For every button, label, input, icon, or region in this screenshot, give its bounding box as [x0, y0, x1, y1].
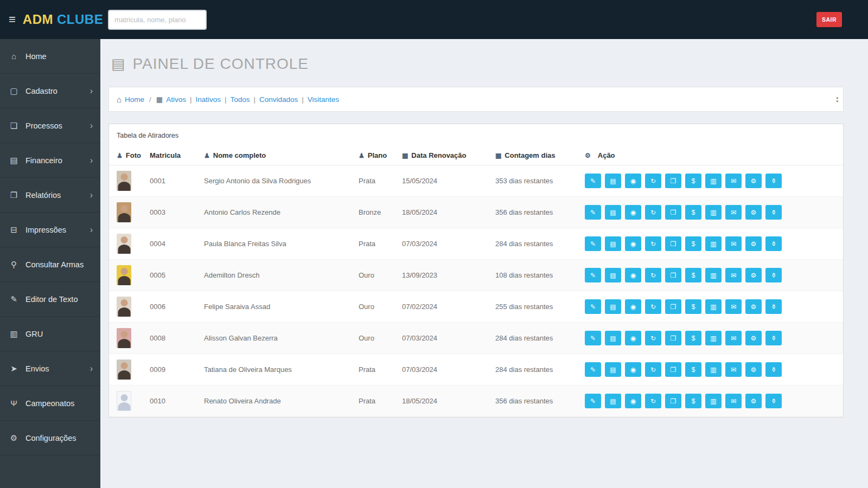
sidebar-item-home[interactable]: ⌂Home — [0, 39, 100, 74]
action-address-book-button[interactable]: ❐ — [665, 299, 681, 314]
action-id-card-button[interactable]: ▤ — [605, 394, 621, 408]
action-envelope-button[interactable]: ✉ — [725, 205, 742, 220]
action-trash-button[interactable]: ⚱ — [765, 236, 782, 251]
action-wrench-button[interactable]: ⚙ — [745, 394, 762, 408]
action-dollar-button[interactable]: $ — [685, 236, 701, 251]
action-edit-button[interactable]: ✎ — [585, 331, 601, 345]
sidebar-item-campeonatos[interactable]: ΨCampeonatos — [0, 386, 100, 421]
action-id-card-button[interactable]: ▤ — [605, 299, 621, 314]
action-envelope-button[interactable]: ✉ — [725, 268, 742, 282]
action-photo-button[interactable]: ◉ — [625, 174, 641, 188]
action-photo-button[interactable]: ◉ — [625, 394, 641, 408]
sidebar-item-configuracoes[interactable]: ⚙Configurações — [0, 421, 100, 455]
scroll-spinner[interactable]: ▴ ▾ — [836, 95, 838, 103]
action-wrench-button[interactable]: ⚙ — [745, 331, 762, 345]
action-envelope-button[interactable]: ✉ — [725, 236, 742, 251]
action-trash-button[interactable]: ⚱ — [765, 299, 782, 314]
action-refresh-button[interactable]: ↻ — [645, 236, 661, 251]
action-wrench-button[interactable]: ⚙ — [745, 362, 762, 377]
action-refresh-button[interactable]: ↻ — [645, 174, 661, 188]
action-address-book-button[interactable]: ❐ — [665, 331, 681, 345]
action-document-button[interactable]: ▥ — [705, 268, 722, 282]
breadcrumb-filter-ativos[interactable]: Ativos — [166, 95, 186, 104]
action-envelope-button[interactable]: ✉ — [725, 362, 742, 377]
action-edit-button[interactable]: ✎ — [585, 362, 601, 377]
action-refresh-button[interactable]: ↻ — [645, 299, 661, 314]
breadcrumb-filter-inativos[interactable]: Inativos — [195, 95, 221, 104]
sidebar-item-envios[interactable]: ➤Envios› — [0, 351, 100, 386]
sidebar-item-consultar-armas[interactable]: ⚲Consultar Armas — [0, 247, 100, 282]
sidebar-item-financeiro[interactable]: ▤Financeiro› — [0, 143, 100, 178]
action-document-button[interactable]: ▥ — [705, 299, 722, 314]
action-address-book-button[interactable]: ❐ — [665, 174, 681, 188]
logout-button[interactable]: SAIR — [816, 12, 842, 27]
search-input[interactable] — [108, 10, 207, 30]
action-document-button[interactable]: ▥ — [705, 394, 722, 408]
action-document-button[interactable]: ▥ — [705, 362, 722, 377]
action-dollar-button[interactable]: $ — [685, 299, 701, 314]
action-trash-button[interactable]: ⚱ — [765, 174, 782, 188]
action-wrench-button[interactable]: ⚙ — [745, 174, 762, 188]
action-edit-button[interactable]: ✎ — [585, 174, 601, 188]
breadcrumb-filter-visitantes[interactable]: Visitantes — [308, 95, 339, 104]
action-dollar-button[interactable]: $ — [685, 174, 701, 188]
action-dollar-button[interactable]: $ — [685, 268, 701, 282]
action-envelope-button[interactable]: ✉ — [725, 174, 742, 188]
action-edit-button[interactable]: ✎ — [585, 236, 601, 251]
action-dollar-button[interactable]: $ — [685, 331, 701, 345]
action-edit-button[interactable]: ✎ — [585, 299, 601, 314]
action-id-card-button[interactable]: ▤ — [605, 174, 621, 188]
action-edit-button[interactable]: ✎ — [585, 394, 601, 408]
action-photo-button[interactable]: ◉ — [625, 205, 641, 220]
action-address-book-button[interactable]: ❐ — [665, 205, 681, 220]
action-envelope-button[interactable]: ✉ — [725, 331, 742, 345]
action-id-card-button[interactable]: ▤ — [605, 362, 621, 377]
sidebar-item-editor-de-texto[interactable]: ✎Editor de Texto — [0, 282, 100, 317]
action-dollar-button[interactable]: $ — [685, 205, 701, 220]
action-address-book-button[interactable]: ❐ — [665, 362, 681, 377]
action-address-book-button[interactable]: ❐ — [665, 268, 681, 282]
action-dollar-button[interactable]: $ — [685, 394, 701, 408]
action-photo-button[interactable]: ◉ — [625, 299, 641, 314]
action-document-button[interactable]: ▥ — [705, 236, 722, 251]
action-edit-button[interactable]: ✎ — [585, 205, 601, 220]
action-trash-button[interactable]: ⚱ — [765, 362, 782, 377]
action-wrench-button[interactable]: ⚙ — [745, 299, 762, 314]
breadcrumb-home-link[interactable]: Home — [125, 95, 144, 104]
action-photo-button[interactable]: ◉ — [625, 331, 641, 345]
breadcrumb-filter-todos[interactable]: Todos — [230, 95, 250, 104]
action-envelope-button[interactable]: ✉ — [725, 299, 742, 314]
action-trash-button[interactable]: ⚱ — [765, 331, 782, 345]
action-dollar-button[interactable]: $ — [685, 362, 701, 377]
sidebar-item-impressoes[interactable]: ⊟Impressões› — [0, 213, 100, 247]
action-id-card-button[interactable]: ▤ — [605, 205, 621, 220]
action-document-button[interactable]: ▥ — [705, 174, 722, 188]
action-refresh-button[interactable]: ↻ — [645, 205, 661, 220]
action-document-button[interactable]: ▥ — [705, 205, 722, 220]
action-trash-button[interactable]: ⚱ — [765, 268, 782, 282]
action-wrench-button[interactable]: ⚙ — [745, 236, 762, 251]
sidebar-item-gru[interactable]: ▥GRU — [0, 317, 100, 351]
action-trash-button[interactable]: ⚱ — [765, 394, 782, 408]
action-address-book-button[interactable]: ❐ — [665, 236, 681, 251]
action-photo-button[interactable]: ◉ — [625, 362, 641, 377]
breadcrumb-filter-convidados[interactable]: Convidados — [259, 95, 298, 104]
action-envelope-button[interactable]: ✉ — [725, 394, 742, 408]
action-refresh-button[interactable]: ↻ — [645, 394, 661, 408]
sidebar-item-cadastro[interactable]: ▢Cadastro› — [0, 74, 100, 108]
action-refresh-button[interactable]: ↻ — [645, 331, 661, 345]
action-wrench-button[interactable]: ⚙ — [745, 205, 762, 220]
action-address-book-button[interactable]: ❐ — [665, 394, 681, 408]
action-wrench-button[interactable]: ⚙ — [745, 268, 762, 282]
action-id-card-button[interactable]: ▤ — [605, 236, 621, 251]
action-id-card-button[interactable]: ▤ — [605, 331, 621, 345]
action-id-card-button[interactable]: ▤ — [605, 268, 621, 282]
action-photo-button[interactable]: ◉ — [625, 268, 641, 282]
action-document-button[interactable]: ▥ — [705, 331, 722, 345]
action-edit-button[interactable]: ✎ — [585, 268, 601, 282]
hamburger-menu-icon[interactable]: ≡ — [9, 14, 16, 25]
action-trash-button[interactable]: ⚱ — [765, 205, 782, 220]
app-logo[interactable]: ADMCLUBE — [23, 12, 103, 27]
action-refresh-button[interactable]: ↻ — [645, 362, 661, 377]
sidebar-item-relatorios[interactable]: ❒Relatórios› — [0, 178, 100, 213]
